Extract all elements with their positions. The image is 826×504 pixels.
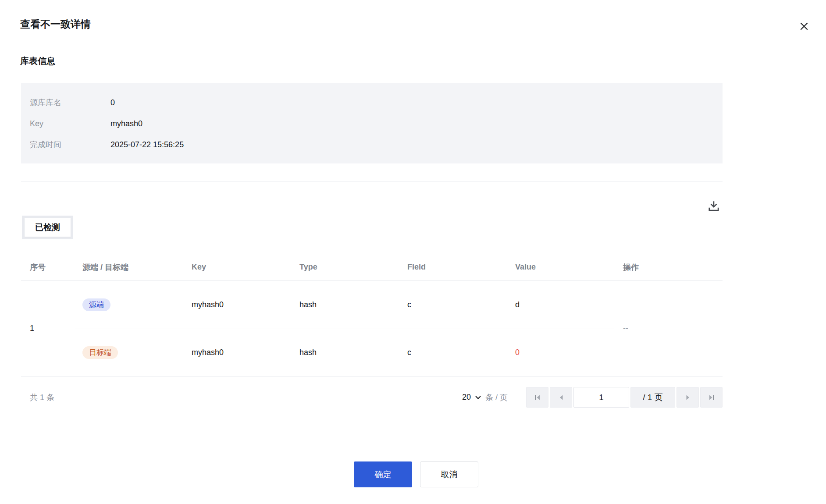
first-page-button[interactable]	[526, 387, 548, 408]
column-header-action: 操作	[623, 262, 723, 273]
last-page-icon	[708, 394, 716, 401]
download-button[interactable]	[704, 196, 723, 216]
close-button[interactable]	[794, 17, 814, 36]
info-value-finish-time: 2025-07-22 15:56:25	[110, 140, 184, 149]
column-header-field: Field	[407, 263, 515, 272]
info-row: Key myhash0	[30, 113, 723, 134]
cell-endpoint-target: 目标端	[82, 329, 192, 376]
column-header-type: Type	[299, 263, 407, 272]
filter-tab-detected[interactable]: 已检测	[25, 218, 71, 237]
confirm-button[interactable]: 确定	[354, 461, 412, 487]
dialog-title: 查看不一致详情	[20, 18, 91, 31]
info-row: 完成时间 2025-07-22 15:56:25	[30, 134, 723, 155]
info-label-key: Key	[30, 119, 110, 128]
cell-value: d	[515, 280, 623, 329]
first-page-icon	[534, 394, 541, 401]
cell-type: hash	[299, 329, 407, 376]
cell-field: c	[407, 280, 515, 329]
total-count-label: 共 1 条	[21, 392, 54, 403]
cell-field: c	[407, 329, 515, 376]
next-page-icon	[684, 394, 692, 401]
cell-value-error: 0	[515, 329, 623, 376]
info-value-source-db: 0	[110, 98, 115, 107]
target-endpoint-badge: 目标端	[82, 346, 118, 359]
info-label-finish-time: 完成时间	[30, 139, 110, 150]
page-number-input[interactable]	[573, 387, 629, 408]
total-pages-label: / 1 页	[630, 387, 675, 408]
column-header-value: Value	[515, 263, 623, 272]
prev-page-button[interactable]	[550, 387, 572, 408]
cell-endpoint-source: 源端	[82, 280, 192, 329]
column-header-index: 序号	[21, 262, 82, 273]
filter-tab-group: 已检测	[22, 216, 73, 239]
info-label-source-db: 源库库名	[30, 97, 110, 108]
column-header-endpoint: 源端 / 目标端	[82, 262, 192, 273]
cell-action: --	[623, 280, 723, 376]
cell-key: myhash0	[192, 329, 299, 376]
inconsistency-detail-dialog: 查看不一致详情 库表信息 源库库名 0 Key myhash0 完成时间 202…	[0, 0, 826, 504]
column-header-key: Key	[192, 263, 299, 272]
page-size-suffix: 条 / 页	[485, 392, 508, 403]
page-size-select[interactable]: 20 条 / 页	[462, 392, 508, 403]
info-box: 源库库名 0 Key myhash0 完成时间 2025-07-22 15:56…	[21, 83, 723, 163]
info-value-key: myhash0	[110, 119, 142, 128]
cell-key: myhash0	[192, 280, 299, 329]
result-table: 序号 源端 / 目标端 Key Type Field Value 操作 1 源端…	[21, 254, 723, 376]
pager: / 1 页	[526, 387, 723, 408]
source-endpoint-badge: 源端	[82, 298, 110, 311]
pagination-bar: 共 1 条 20 条 / 页 / 1 页	[21, 387, 723, 408]
cell-index: 1	[21, 280, 82, 376]
table-header-row: 序号 源端 / 目标端 Key Type Field Value 操作	[21, 254, 723, 280]
table-row: 1 源端 myhash0 hash c d 目标端 myhash0 hash c…	[21, 280, 723, 376]
section-heading-table-info: 库表信息	[20, 55, 55, 67]
cancel-button[interactable]: 取消	[420, 461, 478, 487]
prev-page-icon	[557, 394, 565, 401]
section-divider	[21, 181, 723, 181]
page-size-value: 20	[462, 393, 471, 402]
chevron-down-icon	[475, 395, 481, 400]
cell-type: hash	[299, 280, 407, 329]
next-page-button[interactable]	[676, 387, 699, 408]
last-page-button[interactable]	[700, 387, 723, 408]
download-icon	[707, 199, 720, 213]
subrow-divider	[75, 329, 614, 329]
info-row: 源库库名 0	[30, 92, 723, 113]
close-icon	[799, 21, 809, 31]
